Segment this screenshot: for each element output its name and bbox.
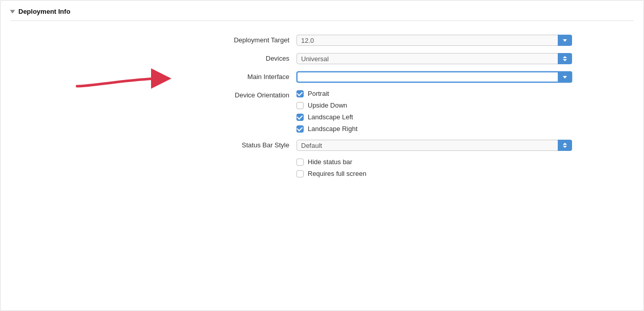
- main-interface-input-wrapper: [296, 71, 572, 83]
- portrait-checkbox-box[interactable]: [296, 90, 304, 97]
- requires-full-screen-checkbox-item[interactable]: Requires full screen: [296, 170, 572, 177]
- device-orientation-row: Device Orientation Portrait Upside Down …: [11, 86, 633, 136]
- extra-checkbox-group: Hide status bar Requires full screen: [296, 158, 572, 177]
- landscape-left-checkbox-box[interactable]: [296, 114, 304, 121]
- main-interface-label: Main Interface: [11, 71, 296, 83]
- portrait-checkbox-item[interactable]: Portrait: [296, 90, 572, 97]
- deployment-info-panel: Deployment Info Deployment Target 12.0 1…: [0, 0, 644, 311]
- deployment-target-label: Deployment Target: [11, 35, 296, 46]
- hide-status-bar-checkbox-label: Hide status bar: [308, 158, 352, 166]
- status-bar-style-select[interactable]: Default Light Content Dark Content: [296, 140, 572, 151]
- landscape-right-checkbox-box[interactable]: [296, 125, 304, 133]
- landscape-right-checkbox-label: Landscape Right: [308, 125, 358, 133]
- main-interface-row: Main Interface: [11, 68, 633, 86]
- status-bar-style-label: Status Bar Style: [11, 140, 296, 151]
- landscape-right-checkbox-item[interactable]: Landscape Right: [296, 125, 572, 133]
- orientation-checkbox-group: Portrait Upside Down Landscape Left Land…: [296, 90, 572, 133]
- requires-full-screen-checkbox-label: Requires full screen: [308, 170, 366, 177]
- hide-status-bar-checkbox-item[interactable]: Hide status bar: [296, 158, 572, 166]
- status-bar-style-select-wrapper: Default Light Content Dark Content: [296, 140, 572, 151]
- extra-checkboxes-row: Hide status bar Requires full screen: [11, 154, 633, 181]
- devices-select[interactable]: Universal iPhone iPad: [296, 53, 572, 64]
- section-title: Deployment Info: [18, 8, 70, 15]
- devices-row: Devices Universal iPhone iPad: [11, 49, 633, 68]
- devices-select-wrapper: Universal iPhone iPad: [296, 53, 572, 64]
- deployment-target-select-wrapper: 12.0 11.0 10.0: [296, 35, 572, 46]
- devices-label: Devices: [11, 53, 296, 64]
- main-interface-control: [296, 71, 572, 83]
- section-header: Deployment Info: [11, 8, 633, 21]
- deployment-target-row: Deployment Target 12.0 11.0 10.0: [11, 31, 633, 49]
- hide-status-bar-checkbox-box[interactable]: [296, 159, 304, 166]
- requires-full-screen-checkbox-box[interactable]: [296, 170, 304, 177]
- devices-control: Universal iPhone iPad: [296, 53, 572, 64]
- device-orientation-control: Portrait Upside Down Landscape Left Land…: [296, 90, 572, 133]
- upside-down-checkbox-box[interactable]: [296, 102, 304, 109]
- device-orientation-label: Device Orientation: [11, 90, 296, 101]
- deployment-target-select[interactable]: 12.0 11.0 10.0: [296, 35, 572, 46]
- upside-down-checkbox-item[interactable]: Upside Down: [296, 101, 572, 109]
- portrait-checkbox-label: Portrait: [308, 90, 329, 97]
- landscape-left-checkbox-item[interactable]: Landscape Left: [296, 113, 572, 121]
- status-bar-style-control: Default Light Content Dark Content: [296, 140, 572, 151]
- upside-down-checkbox-label: Upside Down: [308, 101, 347, 109]
- collapse-icon[interactable]: [10, 10, 15, 13]
- status-bar-style-row: Status Bar Style Default Light Content D…: [11, 136, 633, 154]
- landscape-left-checkbox-label: Landscape Left: [308, 113, 353, 121]
- form-rows: Deployment Target 12.0 11.0 10.0 Devices: [11, 31, 633, 181]
- deployment-target-control: 12.0 11.0 10.0: [296, 35, 572, 46]
- main-interface-input[interactable]: [296, 71, 572, 83]
- extra-checkboxes-control: Hide status bar Requires full screen: [296, 158, 572, 177]
